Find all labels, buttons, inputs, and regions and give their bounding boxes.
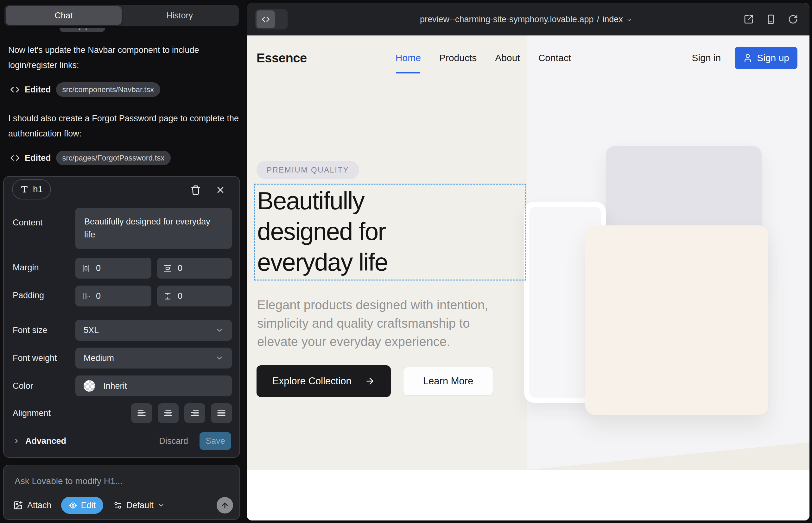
site-navbar: Essence Home Products About Contact Sign… xyxy=(247,35,810,80)
url-bar[interactable]: preview--charming-site-symphony.lovable.… xyxy=(420,3,632,35)
code-icon xyxy=(10,153,20,163)
nav-link-home[interactable]: Home xyxy=(395,53,421,63)
assistant-message: Now let's update the Navbar component to… xyxy=(8,42,239,73)
url-path: index xyxy=(602,15,623,24)
margin-vertical-icon xyxy=(163,264,172,273)
selected-element-pill[interactable]: h1 xyxy=(12,179,51,199)
sign-in-link[interactable]: Sign in xyxy=(692,53,721,63)
align-justify-button[interactable] xyxy=(211,403,232,423)
nav-link-about[interactable]: About xyxy=(495,53,520,63)
font-weight-label: Font weight xyxy=(13,353,57,363)
discard-button[interactable]: Discard xyxy=(159,436,188,446)
site-nav-links: Home Products About Contact xyxy=(395,53,571,63)
font-weight-select[interactable]: Medium xyxy=(75,348,232,368)
explore-collection-label: Explore Collection xyxy=(272,376,352,387)
chat-messages: Now let's update the Navbar component to… xyxy=(8,42,239,179)
padding-horizontal-icon xyxy=(82,292,90,301)
color-select[interactable]: Inherit xyxy=(75,376,232,396)
font-size-select[interactable]: 5XL xyxy=(75,320,232,341)
hero-heading[interactable]: Beautifully designed for everyday life xyxy=(257,185,388,278)
element-editor-panel: h1 Content Beautifully designed for ever… xyxy=(3,176,240,458)
margin-horizontal-input[interactable]: 0 xyxy=(75,258,152,278)
padding-horizontal-value: 0 xyxy=(96,291,101,301)
chevron-down-icon xyxy=(626,17,632,23)
mobile-view-button[interactable] xyxy=(766,14,776,24)
assistant-message: I should also create a Forgot Password p… xyxy=(8,111,239,141)
alignment-label: Alignment xyxy=(13,409,51,418)
model-default-selector[interactable]: Default xyxy=(113,501,165,510)
browser-actions xyxy=(744,3,798,35)
chat-composer: Ask Lovable to modify H1... Attach Edit … xyxy=(3,465,240,520)
site-preview: Essence Home Products About Contact Sign… xyxy=(247,35,810,521)
sign-up-button[interactable]: Sign up xyxy=(735,47,797,69)
chevron-down-icon xyxy=(215,354,224,362)
edited-label: Edited xyxy=(25,85,51,95)
tab-history[interactable]: History xyxy=(122,6,237,25)
padding-horizontal-input[interactable]: 0 xyxy=(75,286,152,306)
editor-footer: Advanced Discard Save xyxy=(13,432,231,450)
align-center-button[interactable] xyxy=(158,403,179,423)
hero-cta-row: Explore Collection Learn More xyxy=(257,365,493,397)
chevron-down-icon xyxy=(215,326,224,334)
align-left-button[interactable] xyxy=(131,403,152,423)
chevron-right-icon xyxy=(13,437,20,445)
image-plus-icon xyxy=(13,501,23,510)
url-host: preview--charming-site-symphony.lovable.… xyxy=(420,15,594,24)
nav-link-products[interactable]: Products xyxy=(439,53,477,63)
section-below-hero xyxy=(247,470,810,521)
padding-vertical-input[interactable]: 0 xyxy=(157,286,232,306)
code-icon xyxy=(10,85,20,94)
color-value: Inherit xyxy=(103,381,127,391)
padding-vertical-value: 0 xyxy=(178,291,182,301)
delete-element-button[interactable] xyxy=(189,184,202,196)
margin-vertical-input[interactable]: 0 xyxy=(157,258,232,278)
font-size-value: 5XL xyxy=(84,325,99,335)
edit-mode-button[interactable]: Edit xyxy=(61,497,104,514)
edit-label: Edit xyxy=(81,501,96,510)
advanced-label: Advanced xyxy=(25,436,66,446)
tab-chat[interactable]: Chat xyxy=(6,6,122,25)
code-icon xyxy=(257,11,275,28)
chevron-down-icon xyxy=(158,502,165,509)
sliders-icon xyxy=(113,501,122,510)
content-label: Content xyxy=(13,218,43,228)
attach-button[interactable]: Attach xyxy=(13,501,52,510)
user-icon xyxy=(743,53,753,63)
type-icon xyxy=(20,185,29,194)
chat-history-tabs: Chat History xyxy=(4,5,239,26)
close-editor-button[interactable] xyxy=(214,184,227,196)
trash-icon xyxy=(190,184,201,195)
composer-toolbar: Attach Edit Default xyxy=(13,497,233,514)
lovable-sidebar: Chat History Now let's update the Navbar… xyxy=(0,0,246,523)
align-right-button[interactable] xyxy=(184,403,205,423)
edited-label: Edited xyxy=(25,153,51,163)
preview-browser-frame: preview--charming-site-symphony.lovable.… xyxy=(247,3,810,521)
chat-input[interactable]: Ask Lovable to modify H1... xyxy=(15,476,229,486)
margin-horizontal-value: 0 xyxy=(96,264,101,273)
file-chip[interactable]: src/components/Navbar.tsx xyxy=(56,82,160,97)
save-button[interactable]: Save xyxy=(199,432,231,450)
nav-link-contact[interactable]: Contact xyxy=(539,53,571,63)
content-input[interactable]: Beautifully designed for everyday life xyxy=(75,208,232,249)
transparent-swatch-icon xyxy=(84,380,95,392)
site-logo[interactable]: Essence xyxy=(257,51,307,65)
url-separator: / xyxy=(597,15,600,24)
crosshair-icon xyxy=(69,501,77,510)
learn-more-button[interactable]: Learn More xyxy=(403,366,494,396)
refresh-button[interactable] xyxy=(788,14,798,24)
file-chip[interactable]: src/pages/ForgotPassword.tsx xyxy=(56,151,171,165)
advanced-toggle[interactable]: Advanced xyxy=(13,436,66,446)
padding-label: Padding xyxy=(13,291,44,301)
close-icon xyxy=(215,185,226,195)
code-preview-toggle[interactable] xyxy=(255,9,287,30)
color-label: Color xyxy=(13,381,33,391)
open-external-button[interactable] xyxy=(744,14,754,24)
send-button[interactable] xyxy=(217,497,233,513)
explore-collection-button[interactable]: Explore Collection xyxy=(257,365,391,397)
font-size-label: Font size xyxy=(13,325,48,335)
attach-label: Attach xyxy=(27,501,52,510)
margin-label: Margin xyxy=(13,263,39,273)
margin-horizontal-icon xyxy=(82,264,90,273)
font-weight-value: Medium xyxy=(84,353,114,363)
element-tag: h1 xyxy=(33,184,43,194)
